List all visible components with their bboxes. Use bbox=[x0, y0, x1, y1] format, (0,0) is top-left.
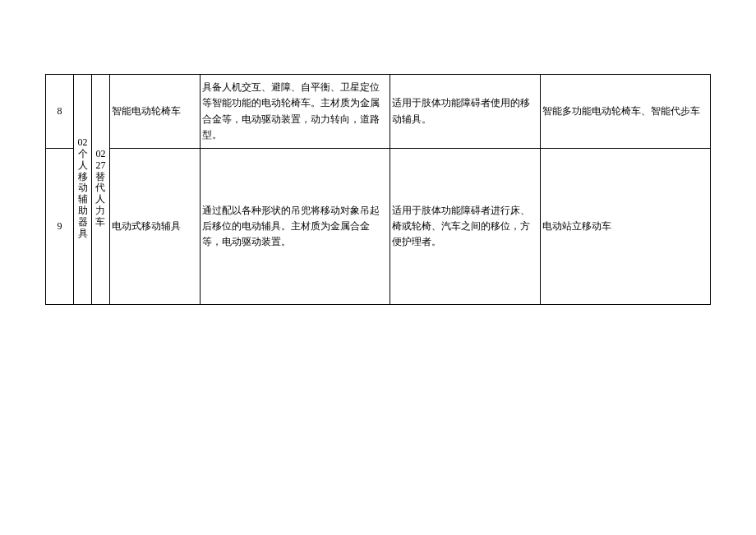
cell-subcategory: 0227替代人力车 bbox=[92, 75, 110, 305]
cell-name: 智能电动轮椅车 bbox=[109, 75, 200, 149]
table-row: 9 电动式移动辅具 通过配以各种形状的吊兜将移动对象吊起后移位的电动辅具。主材质… bbox=[46, 149, 711, 305]
table-row: 8 02个人移动辅助器具 0227替代人力车 智能电动轮椅车 具备人机交互、避障… bbox=[46, 75, 711, 149]
cell-application: 适用于肢体功能障碍者进行床、椅或轮椅、汽车之间的移位，方便护理者。 bbox=[390, 149, 541, 305]
cell-examples: 电动站立移动车 bbox=[540, 149, 710, 305]
cell-num: 9 bbox=[46, 149, 74, 305]
vertical-text: 02个人移动辅助器具 bbox=[78, 137, 88, 239]
vertical-text: 0227替代人力车 bbox=[95, 149, 105, 228]
cell-description: 具备人机交互、避障、自平衡、卫星定位等智能功能的电动轮椅车。主材质为金属合金等，… bbox=[200, 75, 390, 149]
cell-name: 电动式移动辅具 bbox=[109, 149, 200, 305]
cell-num: 8 bbox=[46, 75, 74, 149]
cell-examples: 智能多功能电动轮椅车、智能代步车 bbox=[540, 75, 710, 149]
data-table: 8 02个人移动辅助器具 0227替代人力车 智能电动轮椅车 具备人机交互、避障… bbox=[45, 74, 711, 305]
cell-description: 通过配以各种形状的吊兜将移动对象吊起后移位的电动辅具。主材质为金属合金等，电动驱… bbox=[200, 149, 390, 305]
cell-application: 适用于肢体功能障碍者使用的移动辅具。 bbox=[390, 75, 541, 149]
cell-category: 02个人移动辅助器具 bbox=[74, 75, 92, 305]
